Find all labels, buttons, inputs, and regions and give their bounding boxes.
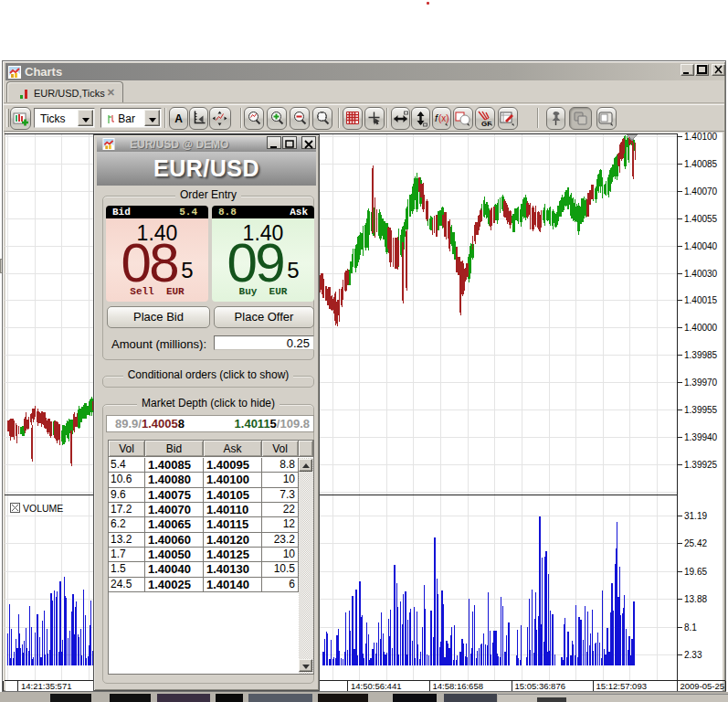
svg-text:13.88: 13.88 [684,594,707,604]
svg-text:1.40040: 1.40040 [684,241,718,251]
svg-text:1.39970: 1.39970 [684,378,718,388]
svg-text:14:58:16:658: 14:58:16:658 [433,681,483,691]
svg-text:25.42: 25.42 [684,538,707,548]
svg-text:15:05:36:876: 15:05:36:876 [515,681,565,691]
svg-text:1.40030: 1.40030 [684,269,718,279]
svg-text:19.65: 19.65 [684,567,707,577]
svg-text:1.39985: 1.39985 [684,350,718,360]
svg-text:8.1: 8.1 [684,622,697,633]
svg-text:1.39940: 1.39940 [684,432,718,442]
svg-text:1.40100: 1.40100 [684,132,718,142]
svg-text:2009-05-25: 2009-05-25 [681,681,725,691]
svg-text:1.40015: 1.40015 [684,295,718,305]
svg-text:31.19: 31.19 [684,511,707,521]
svg-text:1.40085: 1.40085 [684,159,718,169]
svg-text:15:12:57:093: 15:12:57:093 [596,681,647,691]
svg-text:VOLUME: VOLUME [23,503,63,514]
svg-text:1.40055: 1.40055 [684,214,718,224]
svg-text:1.39955: 1.39955 [684,405,718,415]
svg-text:2.33: 2.33 [684,650,702,660]
svg-text:1.40000: 1.40000 [684,323,718,333]
svg-text:1.40070: 1.40070 [684,186,718,197]
svg-text:14:21:35:571: 14:21:35:571 [21,681,71,691]
svg-text:14:50:56:441: 14:50:56:441 [351,681,401,691]
svg-text:1.39925: 1.39925 [684,460,718,470]
